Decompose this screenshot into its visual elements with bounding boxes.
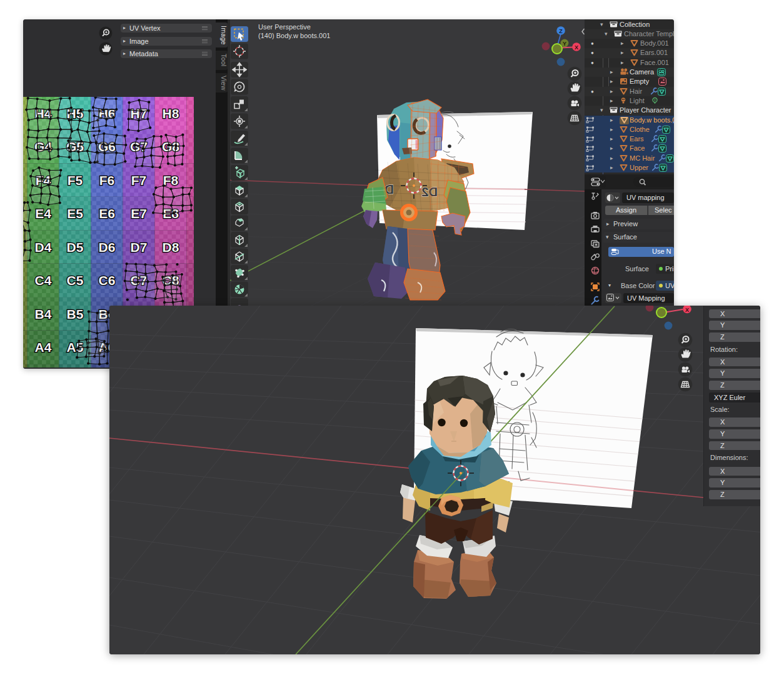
svg-text:H8: H8 xyxy=(163,106,179,121)
svg-text:E5: E5 xyxy=(67,206,83,221)
svg-text:E6: E6 xyxy=(99,206,115,221)
svg-text:C5: C5 xyxy=(67,273,84,288)
svg-text:X: X xyxy=(575,44,578,51)
svg-text:B5: B5 xyxy=(67,307,84,321)
svg-text:D2: D2 xyxy=(421,185,438,199)
svg-text:D5: D5 xyxy=(67,240,84,254)
svg-text:(140) Body.w boots.001: (140) Body.w boots.001 xyxy=(258,32,330,39)
svg-text:E7: E7 xyxy=(131,206,147,221)
svg-text:X: X xyxy=(685,307,689,313)
svg-text:F8: F8 xyxy=(163,173,179,188)
svg-text:E4: E4 xyxy=(35,206,51,221)
svg-text:D6: D6 xyxy=(99,240,116,254)
svg-text:F6: F6 xyxy=(99,173,115,188)
svg-text:F5: F5 xyxy=(68,173,83,188)
svg-text:B4: B4 xyxy=(35,307,52,321)
svg-text:C6: C6 xyxy=(99,273,116,288)
svg-text:C4: C4 xyxy=(35,273,52,288)
svg-text:D7: D7 xyxy=(131,240,148,254)
svg-text:Z: Z xyxy=(559,28,563,34)
svg-text:A4: A4 xyxy=(35,340,52,354)
svg-text:Y: Y xyxy=(563,41,566,47)
svg-text:F7: F7 xyxy=(131,173,147,188)
svg-text:D4: D4 xyxy=(35,240,52,254)
svg-text:User Perspective: User Perspective xyxy=(258,23,311,31)
svg-text:D8: D8 xyxy=(163,240,179,254)
